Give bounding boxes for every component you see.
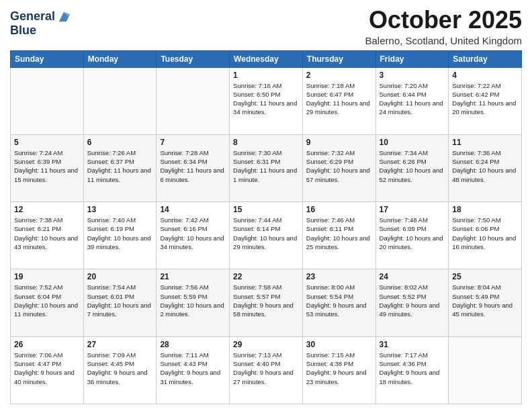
- table-row: 22Sunrise: 7:58 AMSunset: 5:57 PMDayligh…: [230, 269, 303, 336]
- table-row: 13Sunrise: 7:40 AMSunset: 6:19 PMDayligh…: [83, 202, 157, 269]
- logo: General Blue: [10, 9, 71, 38]
- day-number: 21: [160, 272, 226, 281]
- calendar-week-row: 19Sunrise: 7:52 AMSunset: 6:04 PMDayligh…: [11, 269, 522, 336]
- table-row: 17Sunrise: 7:48 AMSunset: 6:09 PMDayligh…: [375, 202, 449, 269]
- table-row: 24Sunrise: 8:02 AMSunset: 5:52 PMDayligh…: [375, 269, 449, 336]
- table-row: 29Sunrise: 7:13 AMSunset: 4:40 PMDayligh…: [230, 336, 303, 404]
- header-sunday: Sunday: [11, 50, 84, 67]
- table-row: 12Sunrise: 7:38 AMSunset: 6:21 PMDayligh…: [11, 202, 84, 269]
- day-info: Sunrise: 7:09 AMSunset: 4:45 PMDaylight:…: [87, 351, 153, 386]
- day-number: 20: [87, 272, 153, 281]
- day-number: 29: [233, 340, 299, 349]
- table-row: 5Sunrise: 7:24 AMSunset: 6:39 PMDaylight…: [11, 134, 84, 201]
- day-number: 11: [452, 138, 518, 147]
- day-number: 17: [380, 205, 445, 214]
- day-number: 5: [14, 138, 80, 147]
- header-thursday: Thursday: [302, 50, 375, 67]
- table-row: 19Sunrise: 7:52 AMSunset: 6:04 PMDayligh…: [11, 269, 84, 336]
- location: Balerno, Scotland, United Kingdom: [365, 35, 522, 46]
- table-row: 23Sunrise: 8:00 AMSunset: 5:54 PMDayligh…: [302, 269, 375, 336]
- calendar-week-row: 5Sunrise: 7:24 AMSunset: 6:39 PMDaylight…: [11, 134, 522, 201]
- day-info: Sunrise: 7:56 AMSunset: 5:59 PMDaylight:…: [160, 283, 226, 318]
- day-number: 2: [306, 71, 372, 80]
- day-number: 26: [14, 340, 80, 349]
- table-row: 11Sunrise: 7:36 AMSunset: 6:24 PMDayligh…: [449, 134, 522, 201]
- table-row: [449, 336, 522, 404]
- table-row: 14Sunrise: 7:42 AMSunset: 6:16 PMDayligh…: [157, 202, 230, 269]
- day-number: 18: [452, 205, 518, 214]
- day-number: 6: [87, 138, 153, 147]
- day-number: 19: [14, 272, 80, 281]
- day-number: 31: [380, 340, 445, 349]
- table-row: 16Sunrise: 7:46 AMSunset: 6:11 PMDayligh…: [302, 202, 375, 269]
- day-info: Sunrise: 7:54 AMSunset: 6:01 PMDaylight:…: [87, 283, 153, 318]
- day-info: Sunrise: 7:16 AMSunset: 6:50 PMDaylight:…: [233, 81, 299, 117]
- day-info: Sunrise: 7:26 AMSunset: 6:37 PMDaylight:…: [87, 148, 153, 184]
- day-number: 22: [233, 272, 299, 281]
- day-info: Sunrise: 8:00 AMSunset: 5:54 PMDaylight:…: [306, 283, 372, 318]
- day-info: Sunrise: 7:11 AMSunset: 4:43 PMDaylight:…: [160, 351, 226, 386]
- day-number: 28: [160, 340, 226, 349]
- table-row: 9Sunrise: 7:32 AMSunset: 6:29 PMDaylight…: [302, 134, 375, 201]
- day-info: Sunrise: 7:52 AMSunset: 6:04 PMDaylight:…: [14, 283, 80, 318]
- day-number: 13: [87, 205, 153, 214]
- table-row: 18Sunrise: 7:50 AMSunset: 6:06 PMDayligh…: [449, 202, 522, 269]
- day-info: Sunrise: 7:32 AMSunset: 6:29 PMDaylight:…: [306, 148, 372, 184]
- day-info: Sunrise: 7:50 AMSunset: 6:06 PMDaylight:…: [452, 216, 518, 251]
- day-info: Sunrise: 7:28 AMSunset: 6:34 PMDaylight:…: [160, 148, 226, 184]
- table-row: 28Sunrise: 7:11 AMSunset: 4:43 PMDayligh…: [157, 336, 230, 404]
- day-info: Sunrise: 7:22 AMSunset: 6:42 PMDaylight:…: [452, 81, 518, 117]
- day-number: 27: [87, 340, 153, 349]
- table-row: 15Sunrise: 7:44 AMSunset: 6:14 PMDayligh…: [230, 202, 303, 269]
- table-row: 8Sunrise: 7:30 AMSunset: 6:31 PMDaylight…: [230, 134, 303, 201]
- day-info: Sunrise: 7:46 AMSunset: 6:11 PMDaylight:…: [306, 216, 372, 251]
- day-number: 1: [233, 71, 299, 80]
- day-number: 15: [233, 205, 299, 214]
- day-number: 8: [233, 138, 299, 147]
- logo-text-line1: General: [10, 10, 55, 24]
- day-info: Sunrise: 7:38 AMSunset: 6:21 PMDaylight:…: [14, 216, 80, 251]
- title-block: October 2025 Balerno, Scotland, United K…: [365, 7, 522, 46]
- table-row: 7Sunrise: 7:28 AMSunset: 6:34 PMDaylight…: [157, 134, 230, 201]
- day-info: Sunrise: 7:34 AMSunset: 6:26 PMDaylight:…: [380, 148, 445, 184]
- day-info: Sunrise: 7:40 AMSunset: 6:19 PMDaylight:…: [87, 216, 153, 251]
- header-saturday: Saturday: [449, 50, 522, 67]
- logo-text-line2: Blue: [10, 24, 71, 38]
- table-row: 2Sunrise: 7:18 AMSunset: 6:47 PMDaylight…: [302, 67, 375, 134]
- day-info: Sunrise: 8:04 AMSunset: 5:49 PMDaylight:…: [452, 283, 518, 318]
- day-info: Sunrise: 7:06 AMSunset: 4:47 PMDaylight:…: [14, 351, 80, 386]
- day-info: Sunrise: 7:13 AMSunset: 4:40 PMDaylight:…: [233, 351, 299, 386]
- page: General Blue October 2025 Balerno, Scotl…: [0, 0, 532, 411]
- table-row: 30Sunrise: 7:15 AMSunset: 4:38 PMDayligh…: [302, 336, 375, 404]
- day-info: Sunrise: 7:48 AMSunset: 6:09 PMDaylight:…: [380, 216, 445, 251]
- day-info: Sunrise: 8:02 AMSunset: 5:52 PMDaylight:…: [380, 283, 445, 318]
- calendar-table: Sunday Monday Tuesday Wednesday Thursday…: [10, 50, 522, 404]
- calendar-week-row: 12Sunrise: 7:38 AMSunset: 6:21 PMDayligh…: [11, 202, 522, 269]
- table-row: [83, 67, 157, 134]
- day-number: 16: [306, 205, 372, 214]
- table-row: 3Sunrise: 7:20 AMSunset: 6:44 PMDaylight…: [375, 67, 449, 134]
- day-number: 4: [452, 71, 518, 80]
- day-number: 24: [380, 272, 445, 281]
- day-number: 30: [306, 340, 372, 349]
- table-row: 10Sunrise: 7:34 AMSunset: 6:26 PMDayligh…: [375, 134, 449, 201]
- table-row: 1Sunrise: 7:16 AMSunset: 6:50 PMDaylight…: [230, 67, 303, 134]
- day-info: Sunrise: 7:36 AMSunset: 6:24 PMDaylight:…: [452, 148, 518, 184]
- day-info: Sunrise: 7:15 AMSunset: 4:38 PMDaylight:…: [306, 351, 372, 386]
- day-number: 23: [306, 272, 372, 281]
- table-row: 6Sunrise: 7:26 AMSunset: 6:37 PMDaylight…: [83, 134, 157, 201]
- header-monday: Monday: [83, 50, 157, 67]
- day-number: 14: [160, 205, 226, 214]
- day-number: 7: [160, 138, 226, 147]
- day-info: Sunrise: 7:20 AMSunset: 6:44 PMDaylight:…: [380, 81, 445, 117]
- calendar-header-row: Sunday Monday Tuesday Wednesday Thursday…: [11, 50, 522, 67]
- table-row: 26Sunrise: 7:06 AMSunset: 4:47 PMDayligh…: [11, 336, 84, 404]
- header-tuesday: Tuesday: [157, 50, 230, 67]
- day-info: Sunrise: 7:24 AMSunset: 6:39 PMDaylight:…: [14, 148, 80, 184]
- day-number: 12: [14, 205, 80, 214]
- day-info: Sunrise: 7:30 AMSunset: 6:31 PMDaylight:…: [233, 148, 299, 184]
- day-number: 10: [380, 138, 445, 147]
- table-row: 25Sunrise: 8:04 AMSunset: 5:49 PMDayligh…: [449, 269, 522, 336]
- day-number: 9: [306, 138, 372, 147]
- day-info: Sunrise: 7:42 AMSunset: 6:16 PMDaylight:…: [160, 216, 226, 251]
